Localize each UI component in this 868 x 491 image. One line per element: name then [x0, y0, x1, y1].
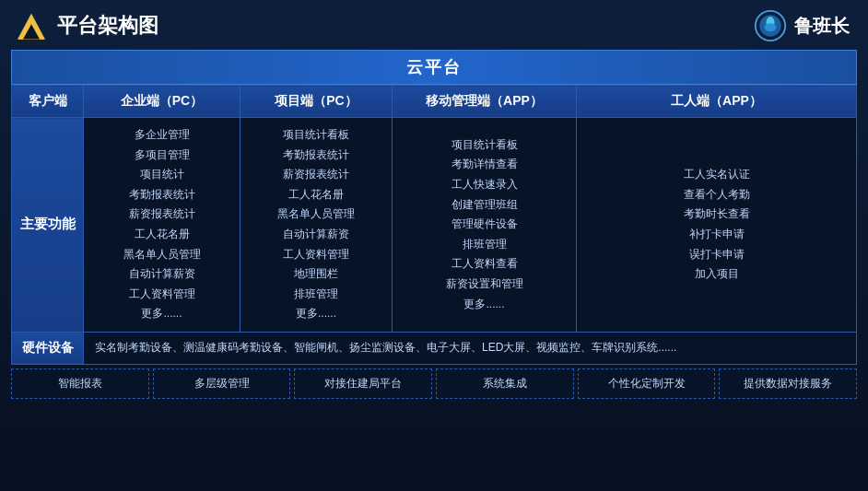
list-item: 排班管理	[244, 285, 388, 305]
header: 平台架构图 鲁班长	[0, 0, 868, 50]
list-item: 考勤报表统计	[244, 146, 388, 166]
list-item: 薪资报表统计	[88, 205, 236, 225]
list-item: 黑名单人员管理	[88, 245, 236, 265]
list-item: 工人资料管理	[244, 245, 388, 265]
list-item: 自动计算薪资	[244, 225, 388, 245]
cloud-label: 云平台	[406, 58, 462, 76]
hardware-content: 实名制考勤设备、测温健康码考勤设备、智能闸机、扬尘监测设备、电子大屏、LED大屏…	[84, 332, 857, 364]
brand-logo: 鲁班长	[754, 9, 850, 42]
feature-box: 系统集成	[436, 368, 574, 399]
feature-box: 智能报表	[11, 368, 149, 399]
cloud-banner: 云平台	[11, 50, 857, 85]
logo-icon	[15, 9, 48, 42]
main-functions-row: 主要功能 多企业管理多项目管理项目统计考勤报表统计薪资报表统计工人花名册黑名单人…	[12, 118, 857, 333]
list-item: 薪资报表统计	[244, 165, 388, 185]
feature-box: 提供数据对接服务	[719, 368, 857, 399]
col-enterprise: 企业端（PC）	[84, 86, 240, 118]
list-item: 考勤详情查看	[396, 155, 572, 175]
list-item: 更多......	[88, 304, 236, 324]
col-project: 项目端（PC）	[240, 86, 393, 118]
list-item: 多企业管理	[88, 125, 236, 146]
enterprise-features: 多企业管理多项目管理项目统计考勤报表统计薪资报表统计工人花名册黑名单人员管理自动…	[84, 118, 240, 333]
main-content: 云平台 客户端 企业端（PC） 项目端（PC） 移动管理端（APP） 工人端（A…	[0, 50, 868, 406]
main-function-label: 主要功能	[12, 118, 84, 333]
list-item: 工人花名册	[244, 185, 388, 205]
col-client: 客户端	[12, 86, 84, 118]
hardware-label: 硬件设备	[12, 332, 84, 364]
list-item: 查看个人考勤	[581, 185, 852, 205]
page-title: 平台架构图	[57, 12, 158, 40]
list-item: 更多......	[396, 295, 572, 315]
page: 平台架构图 鲁班长 云平台 客户端 企业端（PC）	[0, 0, 868, 491]
main-grid: 客户端 企业端（PC） 项目端（PC） 移动管理端（APP） 工人端（APP） …	[11, 85, 857, 365]
list-item: 加入项目	[581, 264, 852, 285]
brand-icon	[754, 9, 787, 42]
feature-box: 对接住建局平台	[294, 368, 432, 399]
list-item: 创建管理班组	[396, 195, 572, 216]
list-item: 项目统计	[88, 165, 236, 185]
feature-box: 多层级管理	[153, 368, 291, 399]
worker-features: 工人实名认证查看个人考勤考勤时长查看补打卡申请误打卡申请加入项目	[577, 118, 857, 333]
list-item: 工人快速录入	[396, 175, 572, 195]
list-item: 更多......	[244, 304, 388, 324]
list-item: 薪资设置和管理	[396, 275, 572, 295]
list-item: 补打卡申请	[581, 225, 852, 245]
features-row: 智能报表多层级管理对接住建局平台系统集成个性化定制开发提供数据对接服务	[11, 368, 857, 399]
project-features: 项目统计看板考勤报表统计薪资报表统计工人花名册黑名单人员管理自动计算薪资工人资料…	[240, 118, 393, 333]
list-item: 误打卡申请	[581, 245, 852, 265]
header-left: 平台架构图	[15, 9, 158, 42]
mobile-features: 项目统计看板考勤详情查看工人快速录入创建管理班组管理硬件设备排班管理工人资料查看…	[393, 118, 577, 333]
list-item: 工人实名认证	[581, 165, 852, 185]
column-headers-row: 客户端 企业端（PC） 项目端（PC） 移动管理端（APP） 工人端（APP）	[12, 86, 857, 118]
list-item: 黑名单人员管理	[244, 205, 388, 225]
feature-box: 个性化定制开发	[578, 368, 716, 399]
list-item: 管理硬件设备	[396, 215, 572, 235]
col-mobile: 移动管理端（APP）	[393, 86, 577, 118]
list-item: 考勤时长查看	[581, 205, 852, 225]
hardware-row: 硬件设备 实名制考勤设备、测温健康码考勤设备、智能闸机、扬尘监测设备、电子大屏、…	[12, 332, 857, 364]
list-item: 地理围栏	[244, 264, 388, 285]
list-item: 工人花名册	[88, 225, 236, 245]
svg-point-5	[765, 23, 777, 31]
list-item: 排班管理	[396, 235, 572, 255]
list-item: 工人资料查看	[396, 254, 572, 275]
brand-name: 鲁班长	[794, 14, 850, 39]
list-item: 项目统计看板	[244, 125, 388, 146]
list-item: 多项目管理	[88, 146, 236, 166]
col-worker: 工人端（APP）	[577, 86, 857, 118]
list-item: 考勤报表统计	[88, 185, 236, 205]
list-item: 自动计算薪资	[88, 264, 236, 285]
list-item: 项目统计看板	[396, 135, 572, 156]
list-item: 工人资料管理	[88, 285, 236, 305]
